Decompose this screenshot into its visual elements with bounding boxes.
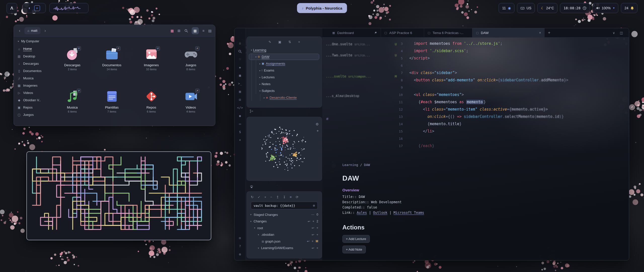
folder-tile-plantillas[interactable]: Plantillas7 items [92, 80, 132, 122]
dice-icon[interactable]: ⚃ [239, 98, 241, 101]
volume-pill[interactable]: 100% ▼ [592, 3, 619, 13]
tree-item-assignments[interactable]: ▸▣Assignments [247, 60, 322, 67]
launcher-button[interactable]: Λ [7, 3, 17, 14]
changes-list-icon[interactable]: ≡ [290, 195, 292, 199]
tab-tema-6-pr-cticas[interactable]: ▢Tema 6 Prácticas -... [424, 28, 472, 37]
updates-pill[interactable]: 11 ◉ [499, 3, 514, 13]
new-note-icon[interactable]: ✎ [268, 40, 271, 44]
search-icon[interactable] [184, 29, 188, 32]
new-tab-button[interactable]: + [545, 28, 554, 37]
row-action-icon[interactable]: + [316, 226, 318, 230]
image-preview-icon[interactable]: ▦ [171, 29, 174, 33]
row-action-icon[interactable]: ↩ [312, 226, 314, 230]
external-link-aules[interactable]: Aules [357, 211, 367, 215]
unstage-all-icon[interactable]: − [270, 195, 272, 199]
git-row-graph-json[interactable]: ▤graph.json↩+M [247, 238, 322, 245]
stage-all-icon[interactable]: + [264, 195, 266, 199]
git-row-obsidian[interactable]: ▾.obsidian↩+ [247, 231, 322, 238]
sidebar-item-home[interactable]: ⌂Home [17, 45, 51, 53]
collapse-all-icon[interactable]: × [298, 40, 300, 44]
notifications-pill[interactable]: 24 [621, 3, 637, 13]
back-button[interactable]: ‹ [17, 28, 22, 33]
graph-icon[interactable]: ◈ [239, 65, 241, 69]
weather-pill[interactable]: ☾ 24°C [537, 3, 557, 13]
add-lecture-button[interactable]: + Add Lecture [342, 235, 370, 243]
sidebar-item-desktop[interactable]: ▤Desktop [17, 53, 51, 60]
tools-icon[interactable]: ✕ [239, 138, 241, 142]
search-icon[interactable] [238, 49, 242, 53]
external-link-outlook[interactable]: Outlook [373, 211, 387, 215]
tree-item-learning[interactable]: ▾Learning [247, 47, 322, 53]
git-row-learning-daw-exams[interactable]: ▾Learning/DAW/Exams↩+ [247, 245, 322, 252]
tab-dashboard[interactable]: ▦Dashboard [329, 28, 381, 37]
sidebar-item-musica[interactable]: ♫Musica [17, 75, 51, 82]
forward-button[interactable]: › [43, 28, 48, 33]
list-view-icon[interactable]: ≡ [203, 29, 205, 33]
folder-tile-videos[interactable]: ↗Videos4 items [171, 80, 211, 122]
sidebar-item-descargas[interactable]: ↓Descargas [17, 60, 51, 67]
git-row-staged-changes[interactable]: ▾Staged Changes—0 [247, 211, 322, 218]
sidebar-item-imagenes[interactable]: ▦Imagenes [17, 82, 51, 89]
row-action-icon[interactable]: + [312, 240, 313, 243]
graph-settings-icon[interactable]: ⚙ [315, 122, 319, 126]
graph-focus-icon[interactable]: ⌖ [317, 129, 319, 133]
git-row-root[interactable]: ▾root↩+ [247, 225, 322, 231]
sort-icon[interactable]: ⇅ [288, 40, 291, 44]
currency-icon[interactable]: $ [239, 130, 241, 134]
tree-item-lectures[interactable]: ▸Lectures [247, 74, 322, 81]
now-playing-widget[interactable]: ♪ Polyphia - Neurotica [297, 3, 347, 13]
vault-icon[interactable]: ⌂ [239, 41, 241, 45]
git-row-changes[interactable]: ▾Changes↩+2 [247, 218, 322, 225]
sidebar-item-videos[interactable]: ▷Videos [17, 89, 51, 96]
split-layout-icon[interactable]: ◫ [620, 31, 623, 35]
calendar-icon[interactable]: ▦ [239, 74, 241, 77]
close-tab-icon[interactable]: × [539, 31, 541, 35]
refresh-icon[interactable]: ⟳ [296, 195, 298, 199]
sidebar-header[interactable]: ▼ My Computer [17, 40, 51, 43]
settings-icon[interactable]: ⚙ [239, 252, 241, 256]
quick-tools-pill[interactable]: ◐ ≡ [23, 3, 46, 13]
presentation-icon[interactable]: ▭ [239, 122, 241, 126]
sidebar-item-documentos[interactable]: ▯Documentos [17, 67, 51, 75]
vault-switcher-icon[interactable]: ⊡ [239, 236, 241, 240]
bookmark-icon[interactable]: ♡ [239, 57, 241, 61]
tree-item-daw[interactable]: ▾♔DAW [249, 54, 319, 60]
terminal-icon[interactable]: >_ [238, 82, 242, 85]
code-icon[interactable]: </> [237, 106, 243, 110]
row-action-icon[interactable]: + [316, 233, 318, 236]
chevron-down-icon[interactable]: ∨ [613, 31, 615, 35]
new-folder-icon[interactable]: ⊞ [178, 29, 181, 33]
folder-tile-repos[interactable]: Repos6 items [132, 80, 171, 122]
tree-item-subjects[interactable]: ▾Subjects [247, 87, 322, 94]
tab-daw[interactable]: ▢DAW× [472, 28, 545, 37]
folder-tile-musica[interactable]: ↗Musica6 items [53, 80, 92, 122]
tab-asp-practice-6[interactable]: ▢ASP Practice 6 [381, 28, 424, 37]
commit-icon[interactable]: ✓ [258, 195, 260, 199]
daily-note-icon[interactable]: ▤ [239, 90, 241, 93]
graph-view-panel[interactable]: ⚙ ⌖ [247, 117, 322, 181]
folder-tile-documentos[interactable]: ↗Documentos14 items [92, 38, 132, 80]
notes-icon[interactable]: ≡ [34, 5, 40, 11]
new-folder-icon[interactable]: ▣ [278, 40, 281, 44]
sidebar-item-obsidian-v[interactable]: ◆Obsidian V.. [17, 96, 51, 104]
row-action-icon[interactable]: ↩ [312, 233, 314, 236]
row-action-icon[interactable]: ↩ [312, 246, 314, 250]
push-icon[interactable]: ↥ [276, 195, 279, 199]
camera-icon[interactable]: ◉ [239, 114, 241, 118]
row-action-icon[interactable]: ↩ [308, 220, 310, 223]
sidebar-item-juegos[interactable]: ▢Juegos [17, 111, 51, 118]
pull-icon[interactable]: ↧ [283, 195, 286, 199]
row-action-icon[interactable]: + [312, 220, 314, 223]
folder-tile-imagenes[interactable]: ↗Imagenes10 items [132, 38, 171, 80]
grid-view-icon[interactable]: ▦ [192, 27, 199, 34]
power-icon[interactable]: ◐ [28, 6, 31, 10]
tree-item-desarrollo-cliente[interactable]: ▸◈Desarrollo-Cliente [247, 94, 322, 101]
clock-pill[interactable]: 18:08:28 [560, 3, 590, 13]
tree-item-exams[interactable]: ▸!Exams [247, 67, 322, 74]
help-icon[interactable]: ? [239, 244, 241, 248]
keyboard-layout-pill[interactable]: US [517, 3, 535, 13]
tree-item-notes[interactable]: ▸Notes [247, 81, 322, 87]
sidebar-item-repos[interactable]: ▣Repos [17, 104, 51, 111]
note-breadcrumb[interactable]: Learning / DAW [342, 163, 539, 167]
external-link-microsoft-teams[interactable]: Microsoft Teams [393, 211, 424, 215]
